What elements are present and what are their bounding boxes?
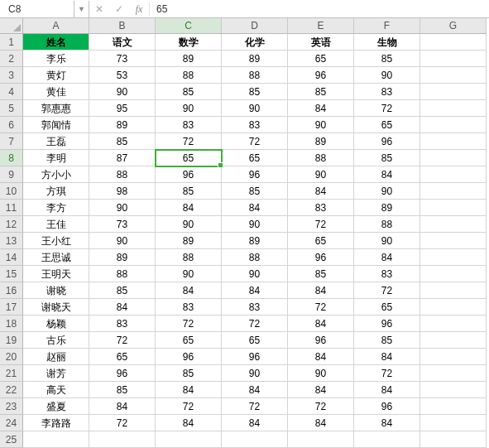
cell-D10[interactable]: 85 <box>222 183 288 200</box>
cell-F16[interactable]: 72 <box>354 282 420 299</box>
cell-E13[interactable]: 65 <box>288 233 354 249</box>
row-header-14[interactable]: 14 <box>0 249 23 266</box>
cell-D21[interactable]: 90 <box>222 365 288 382</box>
cell-G16[interactable] <box>420 282 487 299</box>
cell-G10[interactable] <box>420 183 487 200</box>
row-header-2[interactable]: 2 <box>0 51 23 67</box>
cell-E18[interactable]: 84 <box>288 316 354 332</box>
cell-D2[interactable]: 89 <box>222 51 288 67</box>
row-header-17[interactable]: 17 <box>0 299 23 316</box>
cell-C7[interactable]: 72 <box>156 133 222 150</box>
cell-B3[interactable]: 53 <box>89 67 156 84</box>
cell-F23[interactable]: 96 <box>354 398 420 415</box>
cell-A14[interactable]: 王思诚 <box>23 249 89 266</box>
row-header-19[interactable]: 19 <box>0 332 23 349</box>
cell-G22[interactable] <box>420 382 487 398</box>
cell-G1[interactable] <box>420 34 487 51</box>
cell-D22[interactable]: 84 <box>222 382 288 398</box>
cell-F13[interactable]: 90 <box>354 233 420 249</box>
row-header-22[interactable]: 22 <box>0 382 23 398</box>
cell-B4[interactable]: 90 <box>89 84 156 100</box>
row-header-10[interactable]: 10 <box>0 183 23 200</box>
cell-B19[interactable]: 72 <box>89 332 156 349</box>
select-all-corner[interactable] <box>0 18 23 34</box>
cell-D17[interactable]: 83 <box>222 299 288 316</box>
row-header-15[interactable]: 15 <box>0 266 23 282</box>
cancel-icon[interactable]: ✕ <box>89 1 109 17</box>
cell-B22[interactable]: 85 <box>89 382 156 398</box>
cell-F2[interactable]: 85 <box>354 51 420 67</box>
column-header-D[interactable]: D <box>222 18 288 34</box>
cell-E2[interactable]: 65 <box>288 51 354 67</box>
cell-E11[interactable]: 83 <box>288 200 354 216</box>
cell-B15[interactable]: 88 <box>89 266 156 282</box>
cell-C25[interactable] <box>156 431 222 448</box>
cell-D14[interactable]: 88 <box>222 249 288 266</box>
cell-G12[interactable] <box>420 216 487 233</box>
cell-C6[interactable]: 83 <box>156 117 222 133</box>
cell-F18[interactable]: 96 <box>354 316 420 332</box>
cell-C17[interactable]: 83 <box>156 299 222 316</box>
cell-B7[interactable]: 85 <box>89 133 156 150</box>
fx-icon[interactable]: fx <box>129 1 149 17</box>
cell-B11[interactable]: 90 <box>89 200 156 216</box>
cell-B13[interactable]: 90 <box>89 233 156 249</box>
formula-input[interactable]: 65 <box>150 1 489 17</box>
cell-B9[interactable]: 88 <box>89 166 156 183</box>
cell-D6[interactable]: 83 <box>222 117 288 133</box>
cell-C14[interactable]: 88 <box>156 249 222 266</box>
cell-E15[interactable]: 85 <box>288 266 354 282</box>
cell-D3[interactable]: 88 <box>222 67 288 84</box>
cell-E8[interactable]: 88 <box>288 150 354 166</box>
cell-D11[interactable]: 84 <box>222 200 288 216</box>
cell-F6[interactable]: 65 <box>354 117 420 133</box>
column-header-B[interactable]: B <box>89 18 156 34</box>
cell-G4[interactable] <box>420 84 487 100</box>
cell-G9[interactable] <box>420 166 487 183</box>
name-box-dropdown-icon[interactable]: ▼ <box>74 1 89 17</box>
cell-C19[interactable]: 65 <box>156 332 222 349</box>
cell-B14[interactable]: 89 <box>89 249 156 266</box>
cell-G13[interactable] <box>420 233 487 249</box>
cell-A3[interactable]: 黄灯 <box>23 67 89 84</box>
row-header-9[interactable]: 9 <box>0 166 23 183</box>
name-box[interactable]: C8 <box>0 1 74 17</box>
cell-A8[interactable]: 李明 <box>23 150 89 166</box>
cell-F8[interactable]: 85 <box>354 150 420 166</box>
cell-G14[interactable] <box>420 249 487 266</box>
cell-D23[interactable]: 72 <box>222 398 288 415</box>
cell-E14[interactable]: 96 <box>288 249 354 266</box>
cell-F11[interactable]: 89 <box>354 200 420 216</box>
cell-A11[interactable]: 李方 <box>23 200 89 216</box>
cell-B23[interactable]: 84 <box>89 398 156 415</box>
cell-D5[interactable]: 90 <box>222 100 288 117</box>
cell-A9[interactable]: 方小小 <box>23 166 89 183</box>
cell-A13[interactable]: 王小红 <box>23 233 89 249</box>
cell-B12[interactable]: 73 <box>89 216 156 233</box>
cell-E7[interactable]: 89 <box>288 133 354 150</box>
cell-E23[interactable]: 72 <box>288 398 354 415</box>
cell-A18[interactable]: 杨颖 <box>23 316 89 332</box>
cell-A21[interactable]: 谢芳 <box>23 365 89 382</box>
cell-E12[interactable]: 72 <box>288 216 354 233</box>
cell-G21[interactable] <box>420 365 487 382</box>
cell-F21[interactable]: 72 <box>354 365 420 382</box>
cell-C10[interactable]: 85 <box>156 183 222 200</box>
cell-A10[interactable]: 方琪 <box>23 183 89 200</box>
cell-B16[interactable]: 85 <box>89 282 156 299</box>
cell-C20[interactable]: 96 <box>156 349 222 365</box>
cell-G2[interactable] <box>420 51 487 67</box>
cell-G3[interactable] <box>420 67 487 84</box>
cell-C4[interactable]: 85 <box>156 84 222 100</box>
cell-B1[interactable]: 语文 <box>89 34 156 51</box>
cell-A16[interactable]: 谢晓 <box>23 282 89 299</box>
cell-A6[interactable]: 郭闻情 <box>23 117 89 133</box>
cell-E9[interactable]: 90 <box>288 166 354 183</box>
cell-F1[interactable]: 生物 <box>354 34 420 51</box>
row-header-6[interactable]: 6 <box>0 117 23 133</box>
cell-G25[interactable] <box>420 431 487 448</box>
cell-G19[interactable] <box>420 332 487 349</box>
row-header-25[interactable]: 25 <box>0 431 23 448</box>
cell-C3[interactable]: 88 <box>156 67 222 84</box>
cell-E4[interactable]: 85 <box>288 84 354 100</box>
